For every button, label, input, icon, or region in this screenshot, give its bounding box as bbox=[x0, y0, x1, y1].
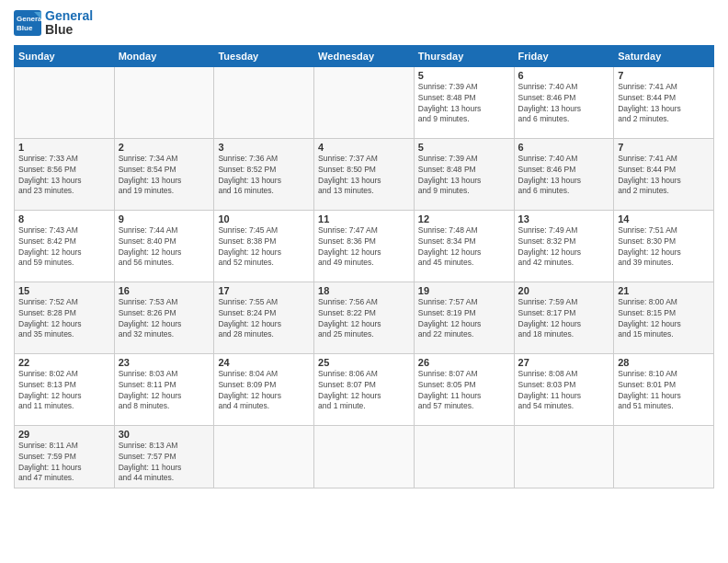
day-info: Sunrise: 7:41 AMSunset: 8:44 PMDaylight:… bbox=[618, 82, 710, 126]
table-row: 7Sunrise: 7:41 AMSunset: 8:44 PMDaylight… bbox=[614, 66, 714, 138]
col-thursday: Thursday bbox=[414, 45, 514, 66]
logo-icon: General Blue bbox=[14, 10, 41, 36]
table-row: 23Sunrise: 8:03 AMSunset: 8:11 PMDayligh… bbox=[114, 353, 214, 425]
day-info: Sunrise: 7:34 AMSunset: 8:54 PMDaylight:… bbox=[119, 154, 210, 198]
day-info: Sunrise: 7:59 AMSunset: 8:17 PMDaylight:… bbox=[518, 297, 610, 341]
day-info: Sunrise: 7:41 AMSunset: 8:44 PMDaylight:… bbox=[618, 154, 710, 198]
calendar-week-row: 29Sunrise: 8:11 AMSunset: 7:59 PMDayligh… bbox=[15, 425, 714, 488]
table-row: 15Sunrise: 7:52 AMSunset: 8:28 PMDayligh… bbox=[15, 282, 115, 353]
day-info: Sunrise: 8:06 AMSunset: 8:07 PMDaylight:… bbox=[318, 369, 410, 413]
day-number: 23 bbox=[119, 357, 210, 368]
day-number: 10 bbox=[218, 213, 310, 224]
day-info: Sunrise: 7:51 AMSunset: 8:30 PMDaylight:… bbox=[618, 225, 710, 270]
table-row: 11Sunrise: 7:47 AMSunset: 8:36 PMDayligh… bbox=[314, 210, 415, 282]
day-number: 20 bbox=[518, 285, 610, 296]
table-row bbox=[214, 66, 314, 138]
day-number: 21 bbox=[618, 285, 710, 296]
calendar-week-row: 1Sunrise: 7:33 AMSunset: 8:56 PMDaylight… bbox=[15, 138, 714, 210]
day-info: Sunrise: 7:36 AMSunset: 8:52 PMDaylight:… bbox=[218, 154, 310, 198]
table-row bbox=[214, 425, 314, 488]
day-info: Sunrise: 7:49 AMSunset: 8:32 PMDaylight:… bbox=[518, 225, 610, 270]
day-number: 18 bbox=[318, 285, 410, 296]
table-row: 28Sunrise: 8:10 AMSunset: 8:01 PMDayligh… bbox=[614, 353, 714, 425]
day-info: Sunrise: 7:39 AMSunset: 8:48 PMDaylight:… bbox=[418, 154, 510, 198]
day-number: 16 bbox=[119, 285, 210, 296]
day-info: Sunrise: 7:52 AMSunset: 8:28 PMDaylight:… bbox=[18, 297, 110, 341]
day-number: 29 bbox=[18, 429, 110, 440]
table-row: 1Sunrise: 7:33 AMSunset: 8:56 PMDaylight… bbox=[15, 138, 115, 210]
calendar-week-row: 22Sunrise: 8:02 AMSunset: 8:13 PMDayligh… bbox=[15, 353, 714, 425]
day-info: Sunrise: 8:04 AMSunset: 8:09 PMDaylight:… bbox=[218, 369, 310, 413]
table-row: 16Sunrise: 7:53 AMSunset: 8:26 PMDayligh… bbox=[114, 282, 214, 353]
day-number: 7 bbox=[618, 142, 710, 153]
day-info: Sunrise: 8:13 AMSunset: 7:57 PMDaylight:… bbox=[119, 441, 210, 485]
day-number: 6 bbox=[518, 142, 610, 153]
day-number: 15 bbox=[18, 285, 110, 296]
day-info: Sunrise: 8:00 AMSunset: 8:15 PMDaylight:… bbox=[618, 297, 710, 341]
table-row bbox=[314, 66, 415, 138]
day-info: Sunrise: 7:45 AMSunset: 8:38 PMDaylight:… bbox=[218, 225, 310, 270]
day-number: 8 bbox=[18, 213, 110, 224]
calendar-week-row: 8Sunrise: 7:43 AMSunset: 8:42 PMDaylight… bbox=[15, 210, 714, 282]
day-number: 24 bbox=[218, 357, 310, 368]
day-info: Sunrise: 7:57 AMSunset: 8:19 PMDaylight:… bbox=[418, 297, 510, 341]
table-row: 10Sunrise: 7:45 AMSunset: 8:38 PMDayligh… bbox=[214, 210, 314, 282]
day-number: 30 bbox=[119, 429, 210, 440]
calendar-week-row: 15Sunrise: 7:52 AMSunset: 8:28 PMDayligh… bbox=[15, 282, 714, 353]
col-saturday: Saturday bbox=[614, 45, 714, 66]
day-info: Sunrise: 7:39 AMSunset: 8:48 PMDaylight:… bbox=[418, 82, 510, 126]
table-row: 6Sunrise: 7:40 AMSunset: 8:46 PMDaylight… bbox=[514, 66, 614, 138]
table-row: 26Sunrise: 8:07 AMSunset: 8:05 PMDayligh… bbox=[414, 353, 514, 425]
table-row bbox=[114, 66, 214, 138]
table-row: 25Sunrise: 8:06 AMSunset: 8:07 PMDayligh… bbox=[314, 353, 415, 425]
day-number: 17 bbox=[218, 285, 310, 296]
table-row: 18Sunrise: 7:56 AMSunset: 8:22 PMDayligh… bbox=[314, 282, 415, 353]
table-row: 3Sunrise: 7:36 AMSunset: 8:52 PMDaylight… bbox=[214, 138, 314, 210]
day-info: Sunrise: 8:11 AMSunset: 7:59 PMDaylight:… bbox=[18, 441, 110, 485]
day-info: Sunrise: 7:55 AMSunset: 8:24 PMDaylight:… bbox=[218, 297, 310, 341]
table-row: 14Sunrise: 7:51 AMSunset: 8:30 PMDayligh… bbox=[614, 210, 714, 282]
day-number: 9 bbox=[119, 213, 210, 224]
day-info: Sunrise: 7:40 AMSunset: 8:46 PMDaylight:… bbox=[518, 82, 610, 126]
day-number: 3 bbox=[218, 142, 310, 153]
table-row bbox=[15, 66, 115, 138]
table-row bbox=[614, 425, 714, 488]
calendar-table: Sunday Monday Tuesday Wednesday Thursday… bbox=[14, 45, 714, 488]
svg-text:General: General bbox=[17, 15, 41, 23]
day-info: Sunrise: 8:02 AMSunset: 8:13 PMDaylight:… bbox=[18, 369, 110, 413]
logo-text: General Blue bbox=[45, 9, 93, 38]
svg-text:Blue: Blue bbox=[17, 24, 33, 32]
day-number: 5 bbox=[418, 70, 510, 81]
day-info: Sunrise: 7:43 AMSunset: 8:42 PMDaylight:… bbox=[18, 225, 110, 270]
day-number: 7 bbox=[618, 70, 710, 81]
header: General Blue General Blue bbox=[14, 9, 714, 38]
day-info: Sunrise: 7:44 AMSunset: 8:40 PMDaylight:… bbox=[119, 225, 210, 270]
day-info: Sunrise: 7:37 AMSunset: 8:50 PMDaylight:… bbox=[318, 154, 410, 198]
table-row: 8Sunrise: 7:43 AMSunset: 8:42 PMDaylight… bbox=[15, 210, 115, 282]
day-number: 28 bbox=[618, 357, 710, 368]
day-info: Sunrise: 7:48 AMSunset: 8:34 PMDaylight:… bbox=[418, 225, 510, 270]
day-number: 11 bbox=[318, 213, 410, 224]
table-row: 2Sunrise: 7:34 AMSunset: 8:54 PMDaylight… bbox=[114, 138, 214, 210]
calendar-week-row: 5Sunrise: 7:39 AMSunset: 8:48 PMDaylight… bbox=[15, 66, 714, 138]
col-tuesday: Tuesday bbox=[214, 45, 314, 66]
day-info: Sunrise: 7:53 AMSunset: 8:26 PMDaylight:… bbox=[119, 297, 210, 341]
table-row bbox=[314, 425, 415, 488]
day-number: 2 bbox=[119, 142, 210, 153]
table-row: 13Sunrise: 7:49 AMSunset: 8:32 PMDayligh… bbox=[514, 210, 614, 282]
day-info: Sunrise: 8:08 AMSunset: 8:03 PMDaylight:… bbox=[518, 369, 610, 413]
day-info: Sunrise: 7:56 AMSunset: 8:22 PMDaylight:… bbox=[318, 297, 410, 341]
header-row: Sunday Monday Tuesday Wednesday Thursday… bbox=[15, 45, 714, 66]
day-info: Sunrise: 8:07 AMSunset: 8:05 PMDaylight:… bbox=[418, 369, 510, 413]
table-row: 30Sunrise: 8:13 AMSunset: 7:57 PMDayligh… bbox=[114, 425, 214, 488]
day-number: 12 bbox=[418, 213, 510, 224]
table-row: 20Sunrise: 7:59 AMSunset: 8:17 PMDayligh… bbox=[514, 282, 614, 353]
table-row: 19Sunrise: 7:57 AMSunset: 8:19 PMDayligh… bbox=[414, 282, 514, 353]
table-row bbox=[514, 425, 614, 488]
day-number: 5 bbox=[418, 142, 510, 153]
day-info: Sunrise: 7:40 AMSunset: 8:46 PMDaylight:… bbox=[518, 154, 610, 198]
table-row bbox=[414, 425, 514, 488]
table-row: 6Sunrise: 7:40 AMSunset: 8:46 PMDaylight… bbox=[514, 138, 614, 210]
table-row: 4Sunrise: 7:37 AMSunset: 8:50 PMDaylight… bbox=[314, 138, 415, 210]
table-row: 5Sunrise: 7:39 AMSunset: 8:48 PMDaylight… bbox=[414, 66, 514, 138]
